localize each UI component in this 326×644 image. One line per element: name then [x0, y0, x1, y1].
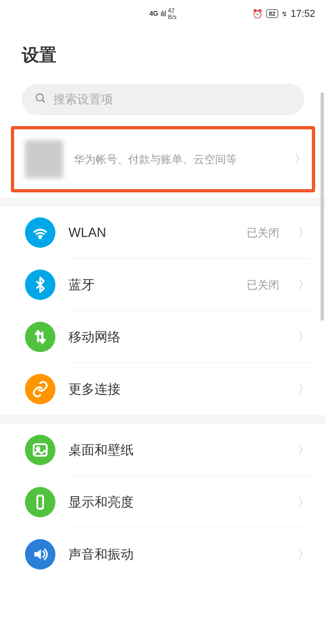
chevron-right-icon: 〉	[298, 546, 310, 562]
setting-wlan[interactable]: WLAN 已关闭 〉	[0, 207, 326, 259]
battery-indicator: 82	[266, 9, 278, 18]
chevron-right-icon: 〉	[298, 277, 310, 293]
page-header: 设置	[0, 27, 326, 78]
setting-sound[interactable]: 声音和振动 〉	[0, 528, 326, 580]
chevron-right-icon: 〉	[298, 494, 310, 510]
settings-group-connectivity: WLAN 已关闭 〉 蓝牙 已关闭 〉 移动网络 〉 更多连	[0, 207, 326, 415]
chevron-right-icon: 〉	[298, 442, 310, 458]
setting-label: 蓝牙	[68, 276, 234, 293]
search-placeholder: 搜索设置项	[53, 91, 113, 108]
wifi-icon	[25, 217, 55, 248]
chevron-right-icon: 〉	[298, 329, 310, 345]
section-divider	[0, 198, 326, 207]
display-icon	[25, 487, 55, 517]
setting-label: 移动网络	[68, 328, 285, 346]
page-title: 设置	[22, 43, 304, 67]
bluetooth-icon	[25, 270, 55, 300]
signal-bars-icon: ılıl	[160, 9, 166, 18]
setting-value: 已关闭	[247, 226, 279, 240]
mobile-data-icon	[25, 322, 55, 352]
section-divider	[0, 415, 326, 424]
sound-icon	[25, 539, 55, 570]
svg-line-1	[42, 99, 45, 102]
chevron-right-icon: 〉	[294, 151, 306, 167]
signal-type: 4G	[149, 10, 158, 17]
chevron-right-icon: 〉	[298, 381, 310, 397]
network-speed: 42B/s	[168, 7, 177, 20]
chevron-right-icon: 〉	[298, 224, 310, 241]
setting-mobile-network[interactable]: 移动网络 〉	[0, 311, 326, 363]
account-subtitle: 华为帐号、付款与账单、云空间等	[74, 151, 284, 167]
account-row[interactable]: 华为帐号、付款与账单、云空间等 〉	[11, 126, 315, 192]
svg-point-0	[36, 93, 43, 101]
setting-label: 桌面和壁纸	[68, 441, 285, 459]
avatar	[25, 140, 63, 178]
alarm-icon: ⏰	[252, 9, 263, 19]
setting-more-connections[interactable]: 更多连接 〉	[0, 363, 326, 415]
setting-label: 显示和亮度	[68, 493, 285, 511]
link-icon	[25, 374, 55, 404]
setting-label: 声音和振动	[68, 546, 285, 563]
clock-time: 17:52	[291, 8, 315, 20]
svg-point-2	[40, 237, 41, 239]
setting-bluetooth[interactable]: 蓝牙 已关闭 〉	[0, 259, 326, 311]
status-bar: 4G ılıl 42B/s ⏰ 82 ↯ 17:52	[0, 0, 326, 27]
search-input[interactable]: 搜索设置项	[22, 84, 304, 115]
setting-display[interactable]: 显示和亮度 〉	[0, 476, 326, 528]
setting-label: 更多连接	[68, 380, 285, 398]
scrollbar[interactable]	[321, 92, 324, 321]
setting-wallpaper[interactable]: 桌面和壁纸 〉	[0, 424, 326, 476]
search-icon	[35, 92, 47, 107]
charging-icon: ↯	[281, 10, 287, 18]
status-right: ⏰ 82 ↯ 17:52	[214, 8, 315, 20]
status-center: 4G ılıl 42B/s	[112, 7, 214, 20]
setting-value: 已关闭	[247, 278, 279, 292]
svg-point-4	[36, 447, 39, 450]
wallpaper-icon	[25, 435, 55, 465]
setting-label: WLAN	[68, 225, 234, 240]
svg-rect-5	[37, 496, 43, 509]
settings-group-display: 桌面和壁纸 〉 显示和亮度 〉 声音和振动 〉	[0, 424, 326, 580]
